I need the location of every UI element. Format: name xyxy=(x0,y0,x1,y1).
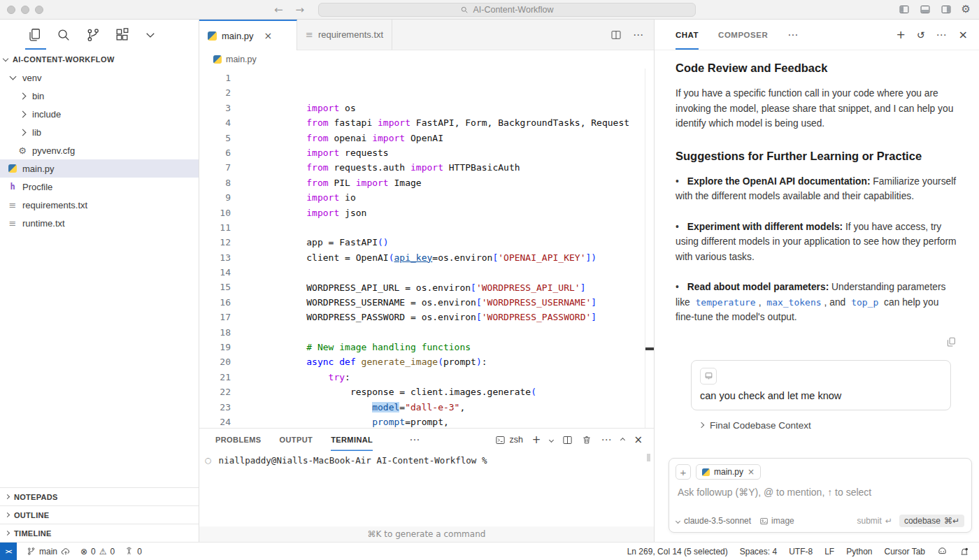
sidebar-section-header[interactable]: TIMELINE xyxy=(0,524,199,542)
cursor-tab-toggle[interactable]: Cursor Tab xyxy=(885,547,925,557)
chevron-down-icon[interactable] xyxy=(144,29,157,41)
close-tab-icon[interactable]: × xyxy=(264,30,273,41)
copilot-icon[interactable] xyxy=(937,546,948,557)
forward-icon[interactable]: → xyxy=(296,3,305,16)
problems-status[interactable]: ⊗ 0 ⚠ 0 xyxy=(80,547,115,557)
minimize-window-button[interactable] xyxy=(21,6,29,14)
settings-gear-icon[interactable]: ⚙ xyxy=(962,4,971,15)
notifications-bell-icon[interactable] xyxy=(959,547,969,557)
model-selector[interactable]: claude-3.5-sonnet xyxy=(676,516,751,526)
chat-heading: Code Review and Feedback xyxy=(676,62,959,75)
command-center-search[interactable]: AI-Content-Workflow xyxy=(318,3,696,17)
tree-item[interactable]: Procfile xyxy=(0,178,199,196)
line-number: 14 xyxy=(199,265,231,280)
codebase-submit-button[interactable]: codebase ⌘↵ xyxy=(899,515,964,527)
explorer-icon[interactable] xyxy=(27,27,42,43)
panel-tab[interactable]: TERMINAL xyxy=(331,429,373,451)
eol-sequence[interactable]: LF xyxy=(824,547,834,557)
terminal-prompt: niallpaddy@Nialls-MacBook-Air AI-Content… xyxy=(219,455,487,466)
user-message-box[interactable]: can you check and let me know xyxy=(691,360,951,410)
active-view-indicator xyxy=(25,48,46,50)
new-chat-icon[interactable]: + xyxy=(896,29,905,41)
file-icon xyxy=(7,199,18,210)
toggle-left-sidebar-icon[interactable] xyxy=(899,4,910,15)
add-context-button[interactable]: + xyxy=(676,464,691,480)
tree-item[interactable]: requirements.txt xyxy=(0,196,199,214)
tree-item[interactable]: include xyxy=(0,105,199,123)
submit-button[interactable]: submit ↵ xyxy=(857,516,892,526)
codebase-context-toggle[interactable]: Final Codebase Context xyxy=(699,420,959,431)
tab-chat[interactable]: CHAT xyxy=(676,20,699,50)
tree-item[interactable]: venv xyxy=(0,69,199,87)
more-panel-tabs-icon[interactable]: ⋯ xyxy=(409,433,420,446)
tree-item[interactable]: pyvenv.cfg xyxy=(0,141,199,159)
tab-requirements-txt[interactable]: ≡ requirements.txt xyxy=(297,20,392,50)
terminal-output[interactable]: ○ niallpaddy@Nialls-MacBook-Air AI-Conte… xyxy=(199,451,654,466)
indentation[interactable]: Spaces: 4 xyxy=(740,547,777,557)
panel-tab[interactable]: OUTPUT xyxy=(280,429,313,451)
tab-main-py[interactable]: main.py × xyxy=(199,20,297,50)
line-number: 11 xyxy=(199,220,231,235)
more-chat-tabs-icon[interactable]: ⋯ xyxy=(787,29,799,41)
terminal-icon xyxy=(495,435,506,445)
explorer-root-folder[interactable]: AI-CONTENT-WORKFLOW xyxy=(0,50,199,69)
language-mode[interactable]: Python xyxy=(846,547,872,557)
back-icon[interactable]: ← xyxy=(274,3,283,16)
chat-bullet-list: Explore the OpenAI API documentation: Fa… xyxy=(676,174,959,325)
code-text: try: xyxy=(252,340,350,354)
extensions-icon[interactable] xyxy=(115,27,130,43)
terminal-scrollbar[interactable] xyxy=(647,454,650,461)
shell-selector[interactable]: zsh xyxy=(495,435,522,445)
tree-item[interactable]: bin xyxy=(0,87,199,105)
code-token: 'WORDPRESS_PASSWORD' xyxy=(482,312,592,322)
tree-item[interactable]: lib xyxy=(0,123,199,141)
cursor-position[interactable]: Ln 269, Col 14 (5 selected) xyxy=(627,547,728,557)
chat-input-placeholder[interactable]: Ask followup (⌘Y), @ to mention, ↑ to se… xyxy=(669,480,971,498)
code-token: ]) xyxy=(585,252,596,263)
context-chip-main-py[interactable]: main.py × xyxy=(696,464,761,480)
split-editor-icon[interactable] xyxy=(610,29,622,41)
panel-tab-label: PROBLEMS xyxy=(215,436,262,444)
zoom-window-button[interactable] xyxy=(35,6,43,14)
close-chat-icon[interactable]: × xyxy=(959,29,968,41)
remote-indicator[interactable]: >< xyxy=(0,543,17,560)
file-label: pyvenv.cfg xyxy=(32,145,75,156)
remove-chip-icon[interactable]: × xyxy=(748,467,755,477)
tree-item[interactable]: runtime.txt xyxy=(0,214,199,232)
breadcrumb[interactable]: main.py xyxy=(199,50,654,69)
copy-icon[interactable] xyxy=(945,336,957,347)
chevron-down-icon[interactable] xyxy=(549,437,554,442)
encoding[interactable]: UTF-8 xyxy=(789,547,813,557)
sidebar-section-header[interactable]: OUTLINE xyxy=(0,505,199,524)
ports-status[interactable]: 0 xyxy=(124,547,142,557)
chat-input-box[interactable]: + main.py × Ask followup (⌘Y), @ to ment… xyxy=(669,458,972,533)
kill-terminal-icon[interactable] xyxy=(582,435,592,445)
tab-composer[interactable]: COMPOSER xyxy=(718,20,768,50)
panel-tab[interactable]: PROBLEMS xyxy=(215,429,262,451)
tree-item[interactable]: main.py xyxy=(0,159,199,178)
more-terminal-actions-icon[interactable]: ⋯ xyxy=(601,433,612,446)
close-window-button[interactable] xyxy=(7,6,15,14)
code-token: FastAPI, Form, BackgroundTasks, Request xyxy=(410,117,629,128)
git-branch-status[interactable]: main xyxy=(27,547,71,557)
code-line: 24 quality="standard", xyxy=(199,415,644,428)
editor-scrollbar[interactable] xyxy=(645,69,654,428)
attach-image-button[interactable]: image xyxy=(759,516,794,526)
code-editor[interactable]: 1 import os 2 from fastapi import FastAP… xyxy=(199,69,644,428)
sidebar-section-header[interactable]: NOTEPADS xyxy=(0,487,199,505)
split-terminal-icon[interactable] xyxy=(562,435,573,445)
more-chat-actions-icon[interactable]: ⋯ xyxy=(936,29,948,41)
code-text: model="dall-e-3", xyxy=(252,370,465,385)
new-terminal-icon[interactable]: + xyxy=(532,435,541,445)
source-control-icon[interactable] xyxy=(85,27,101,43)
code-line: 1 import os xyxy=(199,71,644,85)
close-panel-icon[interactable]: × xyxy=(634,435,643,445)
chat-history-icon[interactable]: ↺ xyxy=(917,30,925,40)
chevron-up-icon[interactable] xyxy=(620,437,625,442)
toggle-bottom-panel-icon[interactable] xyxy=(920,4,931,15)
code-line: 20 response = client.images.generate( xyxy=(199,354,644,369)
toggle-right-sidebar-icon[interactable] xyxy=(941,4,952,15)
search-panel-icon[interactable] xyxy=(56,27,71,43)
scrollbar-thumb[interactable] xyxy=(645,347,654,350)
more-actions-icon[interactable]: ⋯ xyxy=(633,29,644,41)
